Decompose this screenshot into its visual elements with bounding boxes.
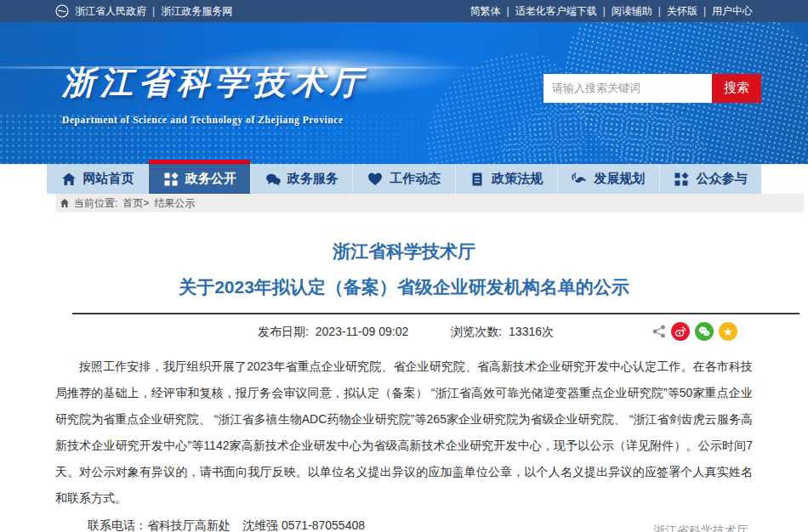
nav-item-gov-services[interactable]: 政务服务 — [250, 164, 352, 194]
wechat-share-icon[interactable] — [695, 322, 714, 341]
weibo-share-icon[interactable] — [671, 322, 690, 341]
view-count: 浏览次数: 13316次 — [447, 325, 554, 340]
breadcrumb: 当前位置: 首页> 结果公示 — [55, 194, 804, 212]
nav-item-work-updates[interactable]: 工作动态 — [352, 164, 454, 194]
seal-grid-icon — [674, 172, 689, 187]
link-accessibility-client[interactable]: 适老化客户端下载 — [501, 4, 597, 19]
topbar-left-links: 浙江省人民政府 浙江政务服务网 — [55, 4, 232, 19]
article-organization-title: 浙江省科学技术厅 — [55, 240, 753, 263]
nav-item-policies[interactable]: 政策法规 — [455, 164, 557, 194]
nav-item-home[interactable]: 网站首页 — [47, 164, 148, 194]
search-box: 搜索 — [543, 74, 761, 103]
top-utility-bar: 浙江省人民政府 浙江政务服务网 简繁体 适老化客户端下载 阅读辅助 关怀版 用户… — [0, 0, 808, 22]
publish-date: 发布日期: 2023-11-09 09:02 — [254, 325, 408, 340]
breadcrumb-prefix: 当前位置: — [74, 196, 117, 211]
zhejiang-gov-emblem-icon — [55, 4, 69, 18]
share-icon[interactable] — [652, 325, 666, 338]
nav-item-development-plans[interactable]: 发展规划 — [557, 164, 659, 194]
home-small-icon — [60, 198, 70, 208]
breadcrumb-current: 结果公示 — [154, 196, 195, 211]
nav-item-gov-disclosure[interactable]: 政务公开 — [148, 164, 250, 194]
page-title: 关于2023年拟认定（备案）省级企业研发机构名单的公示 — [55, 275, 753, 299]
handshake-icon — [572, 172, 587, 187]
link-gov-service-site[interactable]: 浙江政务服务网 — [146, 4, 232, 19]
search-input[interactable] — [543, 74, 712, 103]
qzone-share-icon[interactable]: ★ — [719, 322, 737, 341]
contact-info: 联系电话：省科技厅高新处 沈维强 0571-87055408 监督电话：省科技厅… — [55, 514, 753, 532]
link-user-center[interactable]: 用户中心 — [697, 4, 753, 19]
nav-item-public-participation[interactable]: 公众参与 — [659, 164, 761, 194]
link-provincial-government[interactable]: 浙江省人民政府 — [75, 4, 146, 19]
site-title-english: Department of Science and Technology of … — [62, 115, 368, 125]
main-navigation: 网站首页 政务公开 政务服务 工作动态 政策法规 — [47, 164, 761, 194]
link-simplified-traditional[interactable]: 简繁体 — [470, 4, 501, 19]
document-icon — [469, 172, 485, 187]
heart-icon — [367, 172, 383, 187]
breadcrumb-home-link[interactable]: 首页> — [122, 196, 149, 211]
chat-bubbles-icon — [265, 172, 281, 187]
article-body: 按照工作安排，我厅组织开展了2023年省重点企业研究院、省企业研究院、省高新技术… — [55, 354, 753, 512]
contact-phone: 联系电话：省科技厅高新处 沈维强 0571-87055408 — [55, 514, 753, 532]
site-title: 浙江省科学技术厅 — [62, 61, 368, 105]
link-care-version[interactable]: 关怀版 — [652, 4, 697, 19]
article: 浙江省科学技术厅 关于2023年拟认定（备案）省级企业研发机构名单的公示 发布日… — [55, 212, 753, 532]
link-reading-assist[interactable]: 阅读辅助 — [597, 4, 652, 19]
search-button[interactable]: 搜索 — [712, 74, 761, 103]
home-icon — [61, 172, 77, 187]
topbar-right-links: 简繁体 适老化客户端下载 阅读辅助 关怀版 用户中心 — [470, 4, 754, 19]
site-banner: 浙江省科学技术厅 Department of Science and Techn… — [0, 22, 808, 164]
article-meta-row: 发布日期: 2023-11-09 09:02 浏览次数: 13316次 — [55, 314, 753, 350]
seal-grid-icon — [163, 172, 179, 187]
site-logo[interactable]: 浙江省科学技术厅 Department of Science and Techn… — [47, 61, 368, 125]
share-buttons: ★ — [652, 322, 737, 341]
footer-organization-name: 浙江省科学技术厅 — [653, 524, 748, 532]
